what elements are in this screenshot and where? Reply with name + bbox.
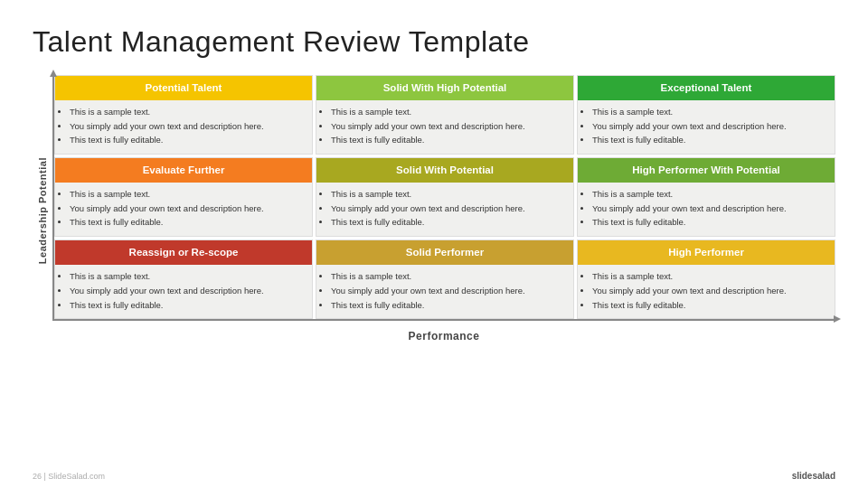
cell-exceptional-talent: Exceptional Talent This is a sample text…: [577, 75, 835, 155]
cell-body-solid-performer: This is a sample text. You simply add yo…: [316, 265, 573, 318]
brand-name: slidesalad: [792, 471, 835, 481]
cell-body-high-performer: This is a sample text. You simply add yo…: [578, 265, 835, 318]
cell-header-high-performer-potential: High Performer With Potential: [578, 158, 835, 183]
list-item: This is a sample text.: [70, 188, 305, 202]
cell-header-solid-high-potential: Solid With High Potential: [316, 76, 573, 100]
cell-header-exceptional-talent: Exceptional Talent: [578, 76, 835, 100]
slide: Talent Management Review Template Leader…: [0, 0, 868, 488]
bullet-list: This is a sample text. You simply add yo…: [592, 106, 827, 147]
list-item: This is a sample text.: [331, 270, 566, 284]
y-axis-label: Leadership Potential: [37, 157, 48, 264]
page-number: 26 | SlideSalad.com: [33, 472, 105, 481]
list-item: You simply add your own text and descrip…: [592, 202, 827, 216]
list-item: You simply add your own text and descrip…: [331, 285, 566, 298]
brand-logo: slidesalad: [792, 471, 835, 481]
cell-solid-performer: Solid Performer This is a sample text. Y…: [316, 239, 574, 319]
page-title: Talent Management Review Template: [33, 25, 835, 59]
list-item: This is a sample text.: [70, 106, 305, 119]
cell-high-performer: High Performer This is a sample text. Yo…: [577, 239, 835, 319]
grid-row-1: Potential Talent This is a sample text. …: [54, 75, 835, 155]
bullet-list: This is a sample text. You simply add yo…: [70, 270, 305, 312]
cell-header-solid-with-potential: Solid With Potential: [316, 158, 573, 183]
cell-body-reassign: This is a sample text. You simply add yo…: [55, 265, 312, 318]
list-item: You simply add your own text and descrip…: [70, 120, 305, 134]
footer: 26 | SlideSalad.com slidesalad: [33, 471, 835, 481]
list-item: This text is fully editable.: [592, 216, 827, 230]
cell-body-exceptional-talent: This is a sample text. You simply add yo…: [578, 100, 835, 154]
list-item: This text is fully editable.: [592, 134, 827, 147]
list-item: This text is fully editable.: [331, 134, 566, 147]
list-item: This text is fully editable.: [70, 299, 305, 313]
cell-reassign: Reassign or Re-scope This is a sample te…: [54, 239, 313, 319]
list-item: This is a sample text.: [592, 106, 827, 119]
cell-high-performer-potential: High Performer With Potential This is a …: [577, 157, 835, 237]
cell-body-high-performer-potential: This is a sample text. You simply add yo…: [578, 183, 835, 236]
y-axis-line: [52, 75, 54, 321]
cell-body-solid-high-potential: This is a sample text. You simply add yo…: [316, 100, 573, 154]
bullet-list: This is a sample text. You simply add yo…: [331, 270, 566, 312]
bullet-list: This is a sample text. You simply add yo…: [70, 188, 305, 230]
grid: Potential Talent This is a sample text. …: [54, 75, 835, 319]
bullet-list: This is a sample text. You simply add yo…: [592, 270, 827, 312]
list-item: This is a sample text.: [592, 270, 827, 284]
list-item: You simply add your own text and descrip…: [331, 120, 566, 134]
cell-solid-high-potential: Solid With High Potential This is a samp…: [316, 75, 574, 155]
list-item: You simply add your own text and descrip…: [592, 120, 827, 134]
cell-solid-with-potential: Solid With Potential This is a sample te…: [316, 157, 574, 237]
list-item: You simply add your own text and descrip…: [331, 202, 566, 216]
bullet-list: This is a sample text. You simply add yo…: [70, 106, 305, 147]
grid-row-3: Reassign or Re-scope This is a sample te…: [54, 239, 835, 319]
main-content: Leadership Potential Performance Potenti…: [33, 75, 835, 346]
list-item: This text is fully editable.: [331, 216, 566, 230]
list-item: This text is fully editable.: [70, 216, 305, 230]
cell-body-potential-talent: This is a sample text. You simply add yo…: [55, 100, 312, 154]
list-item: This text is fully editable.: [70, 134, 305, 147]
list-item: This is a sample text.: [70, 270, 305, 284]
y-axis-container: Leadership Potential: [33, 75, 52, 346]
y-axis-arrow: [50, 70, 57, 77]
bullet-list: This is a sample text. You simply add yo…: [331, 106, 566, 147]
cell-body-evaluate-further: This is a sample text. You simply add yo…: [55, 183, 312, 236]
bullet-list: This is a sample text. You simply add yo…: [592, 188, 827, 230]
site-label: | SlideSalad.com: [44, 472, 105, 481]
bullet-list: This is a sample text. You simply add yo…: [331, 188, 566, 230]
list-item: This is a sample text.: [592, 188, 827, 202]
cell-header-solid-performer: Solid Performer: [316, 240, 573, 265]
list-item: You simply add your own text and descrip…: [70, 202, 305, 216]
cell-header-reassign: Reassign or Re-scope: [55, 240, 312, 265]
list-item: This text is fully editable.: [592, 299, 827, 313]
page-number-value: 26: [33, 472, 42, 481]
chart-area: Performance Potential Talent This is a s…: [52, 75, 835, 346]
cell-header-evaluate-further: Evaluate Further: [55, 158, 312, 183]
x-axis-line: [52, 319, 835, 321]
list-item: This text is fully editable.: [331, 299, 566, 313]
x-axis-label: Performance: [409, 330, 480, 343]
cell-header-potential-talent: Potential Talent: [55, 76, 312, 100]
x-axis-arrow: [834, 315, 841, 323]
list-item: This is a sample text.: [331, 106, 566, 119]
cell-potential-talent: Potential Talent This is a sample text. …: [54, 75, 313, 155]
cell-body-solid-with-potential: This is a sample text. You simply add yo…: [316, 183, 573, 236]
list-item: This is a sample text.: [331, 188, 566, 202]
grid-row-2: Evaluate Further This is a sample text. …: [54, 157, 835, 237]
list-item: You simply add your own text and descrip…: [70, 285, 305, 298]
list-item: You simply add your own text and descrip…: [592, 285, 827, 298]
cell-header-high-performer: High Performer: [578, 240, 835, 265]
cell-evaluate-further: Evaluate Further This is a sample text. …: [54, 157, 313, 237]
